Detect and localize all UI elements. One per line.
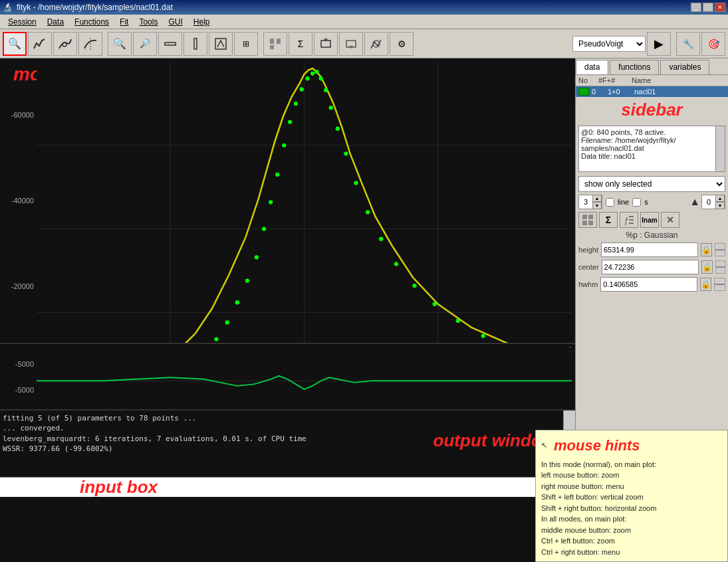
points-spin-down[interactable]: ▼ xyxy=(715,202,725,209)
data-no: 0 xyxy=(592,88,608,96)
svg-point-37 xyxy=(319,76,323,80)
param-hwhm-icon[interactable]: 🔒 xyxy=(700,278,711,291)
points-spinner[interactable]: ▲ ▼ xyxy=(701,195,725,209)
param-center-row: center 🔒 xyxy=(576,258,728,276)
delete-function-button[interactable]: ✕ xyxy=(661,212,679,228)
output-line-1: fitting 5 (of 5) parameters to 78 points… xyxy=(3,413,562,423)
info-area: @0: 840 points, 78 active. Filename: /ho… xyxy=(578,126,725,172)
app-icon: 🔬 xyxy=(3,3,13,12)
close-button[interactable]: ✕ xyxy=(715,3,725,12)
toolbar-export-button[interactable] xyxy=(314,32,338,56)
line-size-spinner[interactable]: 3 ▲ ▼ xyxy=(578,195,602,209)
toolbar-zoom-button[interactable]: 🔍 xyxy=(3,32,27,56)
spin-arrows[interactable]: ▲ ▼ xyxy=(592,195,602,209)
hint-line-5: Shift + right button: horizontal zoom xyxy=(541,503,722,514)
helper-plot[interactable]: helper plot x1 -5000 -5000 xyxy=(0,344,575,411)
tab-functions[interactable]: functions xyxy=(610,60,659,74)
svg-rect-68 xyxy=(582,221,587,225)
input-area[interactable]: input box xyxy=(0,477,575,497)
param-center-slider[interactable] xyxy=(715,260,725,274)
points-spin-up[interactable]: ▲ xyxy=(715,195,725,202)
name-button[interactable]: Inam xyxy=(640,212,659,228)
line-size-value[interactable]: 3 xyxy=(579,198,592,206)
function-button[interactable]: ƒ xyxy=(620,212,638,228)
titlebar-controls[interactable]: _ □ ✕ xyxy=(691,3,725,12)
svg-rect-67 xyxy=(588,215,593,219)
sidebar-label: sidebar xyxy=(576,97,728,123)
toolbar-extra-button[interactable]: 🎯 xyxy=(701,32,725,56)
spin-up-button[interactable]: ▲ xyxy=(592,195,602,202)
s-checkbox[interactable] xyxy=(632,198,641,207)
toolbar: 🔍 🔍 🔎 ←→ ⊞ xyxy=(0,29,728,58)
fit-type-select[interactable]: PseudoVoigt Gaussian Lorentzian Voigt xyxy=(572,36,646,52)
line-checkbox[interactable] xyxy=(606,198,614,207)
svg-point-45 xyxy=(394,262,398,266)
menu-session[interactable]: Session xyxy=(3,16,42,28)
param-height-label: height xyxy=(578,246,598,254)
param-hwhm-input[interactable] xyxy=(600,277,697,292)
toolbar-mode2-button[interactable] xyxy=(28,32,52,56)
plot-canvas[interactable]: 23 24 25 26 xyxy=(37,62,572,344)
param-height-slider[interactable] xyxy=(715,243,725,256)
toolbar-run-fit-button[interactable]: ▶ xyxy=(647,32,671,56)
menu-fit[interactable]: Fit xyxy=(114,16,134,28)
hint-line-2: left mouse button: zoom xyxy=(541,470,722,481)
minimize-button[interactable]: _ xyxy=(691,3,701,12)
toolbar-mode3-button[interactable] xyxy=(53,32,77,56)
spin-down-button[interactable]: ▼ xyxy=(592,202,602,209)
helper-y-label-1: -5000 xyxy=(0,360,37,368)
svg-rect-66 xyxy=(582,215,587,219)
input-field[interactable] xyxy=(0,478,563,497)
tab-data[interactable]: data xyxy=(576,60,608,74)
toolbar-zoom-y-button[interactable] xyxy=(183,32,207,56)
controls-row: 3 ▲ ▼ line s ▲ ▲ ▼ xyxy=(576,193,728,211)
toolbar-zoom-out-button[interactable]: 🔎 xyxy=(133,32,157,56)
toolbar-settings-button[interactable]: ⚙ xyxy=(390,32,414,56)
toolbar-import-button[interactable] xyxy=(339,32,363,56)
grid-icon-button[interactable] xyxy=(578,212,597,228)
titlebar: 🔬 fityk - /home/wojdyr/fityk/samples/nac… xyxy=(0,0,728,15)
show-only-dropdown[interactable]: show only selected show all show active xyxy=(578,176,725,192)
toolbar-sigma-button[interactable]: Σ xyxy=(289,32,312,56)
toolbar-mode4-button[interactable] xyxy=(78,32,102,56)
y-label-3: -20000 xyxy=(0,282,37,290)
hint-line-4: Shift + left button: vertical zoom xyxy=(541,492,722,503)
sidebar-tabs: data functions variables xyxy=(576,58,728,75)
param-center-icon[interactable]: 🔒 xyxy=(701,260,713,274)
toolbar-zoom-x-button[interactable]: ←→ xyxy=(158,32,182,56)
toolbar-zoom-in-button[interactable]: 🔍 xyxy=(108,32,132,56)
data-table-header: No #F+# Name xyxy=(576,75,728,86)
info-scrollbar[interactable] xyxy=(715,126,725,171)
main-plot[interactable]: mouse mode main plot -60000 -40000 -2000… xyxy=(0,58,575,344)
toolbar-fit-run-button[interactable] xyxy=(364,32,388,56)
tab-variables[interactable]: variables xyxy=(660,60,709,74)
menu-help[interactable]: Help xyxy=(188,16,215,28)
param-hwhm-slider[interactable] xyxy=(714,278,725,291)
points-spin-arrows[interactable]: ▲ ▼ xyxy=(715,195,725,209)
param-height-input[interactable] xyxy=(601,242,698,257)
mouse-hints: ↖ mouse hints In this mode (normal), on … xyxy=(535,430,728,563)
data-row-0[interactable]: 0 1+0 nacl01 xyxy=(576,86,728,97)
toolbar-settings2-button[interactable]: 🔧 xyxy=(676,32,700,56)
menu-gui[interactable]: GUI xyxy=(163,16,187,28)
svg-point-26 xyxy=(255,255,259,259)
menu-tools[interactable]: Tools xyxy=(134,16,163,28)
hint-line-6: In all modes, on main plot: xyxy=(541,514,722,525)
toolbar-data-button[interactable] xyxy=(263,32,287,56)
param-height-row: height 🔒 xyxy=(576,241,728,258)
menu-functions[interactable]: Functions xyxy=(69,16,114,28)
toolbar-zoom-all-button[interactable]: ⊞ xyxy=(234,32,258,56)
toolbar-zoom-fit-button[interactable] xyxy=(209,32,233,56)
svg-point-36 xyxy=(314,70,318,74)
svg-rect-4 xyxy=(194,39,197,49)
svg-point-24 xyxy=(235,300,239,304)
sigma-button[interactable]: Σ xyxy=(599,212,618,228)
helper-canvas[interactable] xyxy=(37,347,572,411)
menu-data[interactable]: Data xyxy=(42,16,69,28)
param-center-input[interactable] xyxy=(602,260,699,274)
data-fplus: 1+0 xyxy=(608,88,634,96)
svg-point-35 xyxy=(310,71,314,75)
param-height-icon[interactable]: 🔒 xyxy=(701,243,712,256)
points-value[interactable] xyxy=(702,198,715,206)
maximize-button[interactable]: □ xyxy=(703,3,713,12)
